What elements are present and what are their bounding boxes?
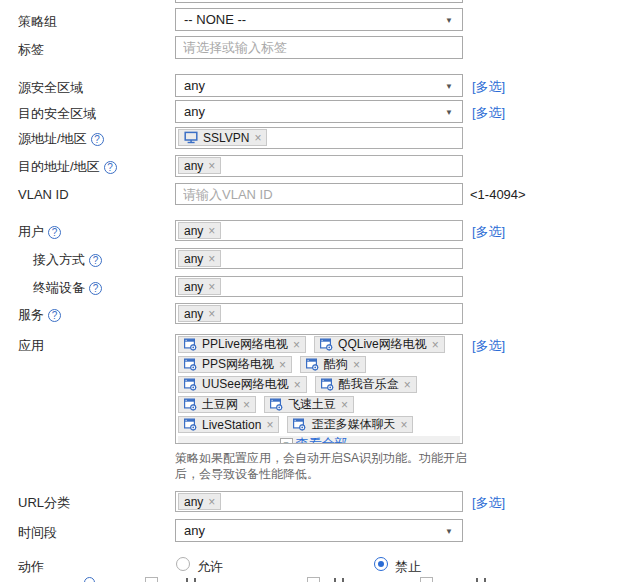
- src-addr-label: 源地址/地区 ?: [18, 130, 104, 148]
- time-range-value: any: [184, 523, 205, 538]
- url-cat-tagbox[interactable]: any ×: [175, 491, 463, 512]
- policy-group-label: 策略组: [18, 13, 57, 31]
- remove-tag-icon[interactable]: ×: [400, 418, 407, 432]
- tag-input[interactable]: [175, 36, 463, 59]
- app-icon: [184, 418, 197, 431]
- remove-tag-icon[interactable]: ×: [243, 398, 250, 412]
- chevron-down-icon: ▼: [445, 81, 453, 90]
- expand-arrow-icon[interactable]: ▼: [280, 438, 293, 445]
- user-label: 用户 ?: [18, 223, 61, 241]
- dst-zone-label: 目的安全区域: [18, 105, 96, 123]
- app-icon: [270, 398, 283, 411]
- tag-text: UUSee网络电视: [202, 376, 289, 393]
- access-mode-tagbox[interactable]: any ×: [175, 248, 463, 269]
- help-icon[interactable]: ?: [89, 282, 102, 295]
- remove-tag-icon[interactable]: ×: [353, 358, 360, 372]
- time-range-label: 时间段: [18, 524, 57, 542]
- tag-text: PPLive网络电视: [202, 336, 288, 353]
- tag-text: any: [184, 252, 203, 266]
- remove-tag-icon[interactable]: ×: [404, 378, 411, 392]
- tag-text: PPS网络电视: [202, 356, 274, 373]
- view-all-bar: ▼查看全部...: [178, 436, 460, 444]
- dst-zone-select[interactable]: any ▼: [175, 100, 463, 123]
- remove-tag-icon[interactable]: ×: [341, 398, 348, 412]
- chevron-down-icon: ▼: [445, 526, 453, 535]
- policy-group-select[interactable]: -- NONE -- ▼: [175, 8, 463, 31]
- tag-text: LiveStation: [202, 418, 261, 432]
- url-cat-tag: any ×: [178, 493, 221, 510]
- checkbox[interactable]: [420, 577, 433, 582]
- remove-tag-icon[interactable]: ×: [208, 252, 215, 266]
- app-tagbox[interactable]: PPLive网络电视×QQLive网络电视×PPS网络电视×酷狗×UUSee网络…: [175, 334, 463, 444]
- vlan-label: VLAN ID: [18, 187, 69, 202]
- dst-addr-tag: any ×: [178, 157, 221, 174]
- user-multi-link[interactable]: [多选]: [472, 223, 505, 241]
- remove-tag-icon[interactable]: ×: [294, 378, 301, 392]
- checkbox[interactable]: [307, 577, 320, 582]
- remove-tag-icon[interactable]: ×: [208, 224, 215, 238]
- app-tag: 歪歪多媒体聊天×: [287, 416, 413, 433]
- app-tag: LiveStation×: [178, 416, 279, 433]
- remove-tag-icon[interactable]: ×: [266, 418, 273, 432]
- app-sa-note: 策略如果配置应用，会自动开启SA识别功能。功能开启后，会导致设备性能降低。: [175, 450, 469, 482]
- time-range-select[interactable]: any ▼: [175, 519, 463, 542]
- app-tag: UUSee网络电视×: [178, 376, 307, 393]
- help-icon: [84, 577, 95, 582]
- app-icon: [320, 338, 333, 351]
- src-zone-select[interactable]: any ▼: [175, 74, 463, 97]
- dst-addr-tagbox[interactable]: any ×: [175, 155, 463, 177]
- service-tag: any ×: [178, 305, 221, 322]
- tag-label: 标签: [18, 41, 44, 59]
- action-allow-radio[interactable]: [176, 557, 190, 571]
- remove-tag-icon[interactable]: ×: [208, 495, 215, 509]
- help-icon[interactable]: ?: [89, 254, 102, 267]
- remove-tag-icon[interactable]: ×: [432, 338, 439, 352]
- src-addr-tagbox[interactable]: SSLVPN ×: [175, 127, 463, 149]
- tag-text: 土豆网: [202, 396, 238, 413]
- user-tagbox[interactable]: any ×: [175, 220, 463, 241]
- terminal-tagbox[interactable]: any ×: [175, 276, 463, 297]
- security-policy-form: 策略组 -- NONE -- ▼ 标签 源安全区域 any ▼ [多选] 目的安…: [0, 0, 639, 582]
- help-icon[interactable]: ?: [48, 226, 61, 239]
- remove-tag-icon[interactable]: ×: [254, 131, 261, 145]
- app-tag: 飞速土豆×: [264, 396, 354, 413]
- tag-text: SSLVPN: [203, 131, 249, 145]
- tag-text: any: [184, 159, 203, 173]
- tag-text: any: [184, 280, 203, 294]
- tag-text: 飞速土豆: [288, 396, 336, 413]
- action-allow-label: 允许: [197, 558, 223, 576]
- cropped-field-top[interactable]: [175, 0, 463, 3]
- url-cat-multi-link[interactable]: [多选]: [472, 494, 505, 512]
- help-icon[interactable]: ?: [48, 309, 61, 322]
- action-deny-radio[interactable]: [374, 557, 388, 571]
- app-icon: [184, 338, 197, 351]
- remove-tag-icon[interactable]: ×: [208, 159, 215, 173]
- remove-tag-icon[interactable]: ×: [279, 358, 286, 372]
- remove-tag-icon[interactable]: ×: [293, 338, 300, 352]
- remove-tag-icon[interactable]: ×: [208, 280, 215, 294]
- service-tagbox[interactable]: any ×: [175, 303, 463, 324]
- view-all-link[interactable]: 查看全部...: [296, 435, 359, 444]
- src-zone-multi-link[interactable]: [多选]: [472, 78, 505, 96]
- user-tag: any ×: [178, 222, 221, 239]
- vlan-input[interactable]: [175, 183, 463, 205]
- app-icon: [184, 398, 197, 411]
- tag-text: any: [184, 224, 203, 238]
- help-icon[interactable]: ?: [104, 161, 117, 174]
- cropped-text: [476, 578, 478, 582]
- remove-tag-icon[interactable]: ×: [208, 307, 215, 321]
- checkbox[interactable]: [145, 577, 158, 582]
- access-mode-tag: any ×: [178, 250, 221, 267]
- app-tag: 酷我音乐盒×: [315, 376, 417, 393]
- dst-zone-value: any: [184, 104, 205, 119]
- cropped-text: [194, 578, 196, 582]
- policy-group-value: -- NONE --: [184, 12, 246, 27]
- app-icon: [306, 358, 319, 371]
- help-icon[interactable]: ?: [91, 133, 104, 146]
- src-addr-tag: SSLVPN ×: [178, 129, 267, 146]
- app-tag: PPLive网络电视×: [178, 336, 306, 353]
- dst-zone-multi-link[interactable]: [多选]: [472, 104, 505, 122]
- terminal-label: 终端设备 ?: [33, 279, 102, 297]
- app-multi-link[interactable]: [多选]: [472, 337, 505, 355]
- app-tag: 酷狗×: [300, 356, 366, 373]
